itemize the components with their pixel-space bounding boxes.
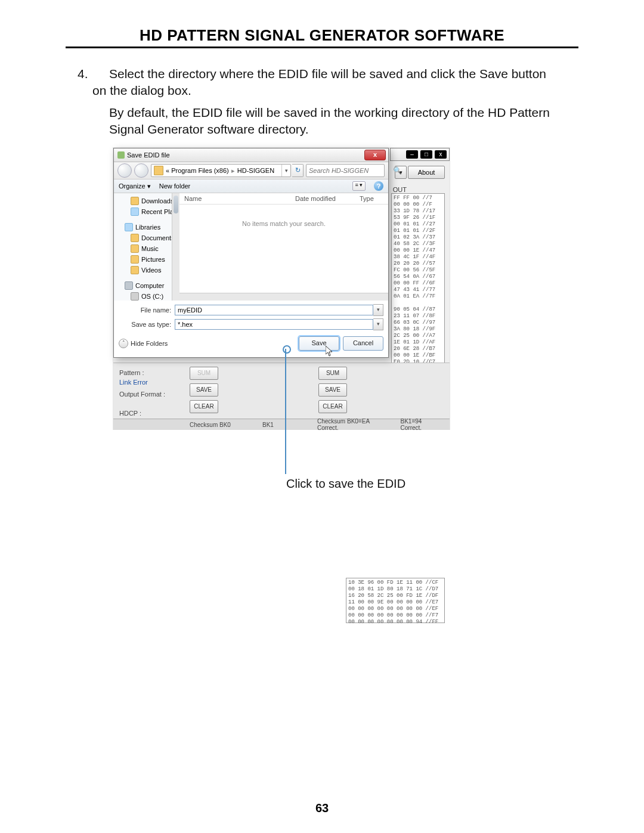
left-sum-button[interactable]: SUM [190,367,218,380]
document-page: HD PATTERN SIGNAL GENERATOR SOFTWARE 4. … [0,0,644,833]
para1-text: Select the directory where the EDID file… [92,67,546,97]
title-rule [66,47,578,48]
dialog-close-button[interactable]: x [364,150,386,160]
breadcrumb-dropdown[interactable]: ▾ [281,165,290,176]
folder-tree-sidebar[interactable]: Downloads Recent Places Libraries Docume… [114,193,179,301]
hide-folders-toggle[interactable]: ˄ Hide Folders [119,339,168,348]
search-input[interactable] [306,166,393,175]
folder-icon [154,166,163,175]
dialog-titlebar[interactable]: Save EDID file x [114,148,388,162]
computer-icon [125,281,133,290]
status-hdcp-label: HDCP : [119,410,141,417]
sidebar-videos[interactable]: Videos [114,265,179,275]
file-list-hscrollbar[interactable] [179,293,388,301]
file-name-input[interactable] [175,305,373,315]
file-name-history-dropdown[interactable]: ▾ [373,304,383,316]
callout-leader-line [285,349,286,474]
hex-readout: FF FF 00 //7 00 00 00 //F 33 1D 78 //17 … [391,193,445,367]
figure-screenshot: – □ x ▾ About OUT FF FF 00 //7 00 00 00 … [113,148,450,429]
checksum-bk0-label: Checksum BK0 [113,422,258,428]
save-as-type-select[interactable] [175,319,373,330]
sidebar-scrollbar[interactable] [172,193,179,301]
dialog-icon [117,151,125,159]
file-name-label: File name: [119,306,175,314]
breadcrumb-seg-1[interactable]: « Program Files (x86) [166,167,229,174]
videos-icon [131,266,139,274]
dialog-footer: ˄ Hide Folders Save Cancel [114,333,388,355]
breadcrumb[interactable]: « Program Files (x86) ▸ HD-SIGGEN ▾ [151,164,291,177]
status-panel: Pattern : Link Error Output Format : HDC… [113,363,450,430]
file-list-pane[interactable]: Name Date modified Type No items match y… [179,193,388,301]
callout-circle [283,345,291,354]
dialog-title: Save EDID file [127,151,170,159]
hex-readout-2: 10 3E 96 00 FD 1E 11 00 //CF 00 18 01 1D… [346,578,445,623]
search-box[interactable]: 🔍 [306,164,385,177]
status-pattern-label: Pattern : [119,369,144,376]
search-icon[interactable]: 🔍 [393,166,402,175]
documents-icon [131,234,139,242]
minimize-button[interactable]: – [406,150,418,159]
hide-folders-label: Hide Folders [131,340,168,347]
dialog-fields: File name: ▾ Save as type: ▾ [114,301,388,330]
checksum-bk1-label: BK1 [258,422,308,428]
hex-block-label: OUT [393,186,407,193]
left-clear-button[interactable]: CLEAR [190,400,218,413]
right-sum-button[interactable]: SUM [318,367,347,380]
save-as-type-label: Save as type: [119,321,175,328]
status-output-format-label: Output Format : [119,391,165,398]
sidebar-pictures[interactable]: Pictures [114,254,179,265]
maximize-button[interactable]: □ [420,150,432,159]
breadcrumb-separator: ▸ [231,167,235,175]
sidebar-os-c[interactable]: OS (C:) [114,291,179,301]
save-file-dialog: Save EDID file x « Program Files (x86) ▸… [113,148,389,358]
save-as-type-dropdown[interactable]: ▾ [373,318,383,330]
app-close-button[interactable]: x [435,150,447,159]
refresh-button[interactable]: ↻ [292,164,304,177]
sidebar-documents[interactable]: Documents [114,233,179,243]
right-save-button[interactable]: SAVE [318,383,347,397]
right-clear-button[interactable]: CLEAR [318,400,347,413]
step-paragraph-2: By default, the EDID file will be saved … [92,104,552,138]
checksum-bar: Checksum BK0 BK1 Checksum BK0=EA Correct… [113,419,450,430]
sidebar-scroll-thumb[interactable] [174,196,178,213]
file-list-empty-message: No items match your search. [179,220,388,227]
page-title: HD PATTERN SIGNAL GENERATOR SOFTWARE [0,26,644,45]
sidebar-computer[interactable]: Computer [114,280,179,291]
dialog-toolbar: Organize ▾ New folder ≡ ▾ ? [114,179,388,193]
recent-icon [131,208,139,216]
sidebar-downloads[interactable]: Downloads [114,196,179,206]
cancel-button[interactable]: Cancel [343,336,383,351]
page-number: 63 [0,801,644,815]
column-name[interactable]: Name [179,195,290,202]
left-save-button[interactable]: SAVE [190,383,218,397]
sidebar-music[interactable]: Music [114,243,179,254]
step-paragraph-1: 4. Select the directory where the EDID f… [92,66,552,100]
library-icon [125,223,133,231]
pictures-icon [131,255,139,264]
organize-menu[interactable]: Organize ▾ [119,182,151,190]
music-icon [131,244,139,253]
dialog-body: Downloads Recent Places Libraries Docume… [114,193,388,301]
status-link-error[interactable]: Link Error [119,379,148,386]
checksum-bk0-status: Checksum BK0=EA Correct. [312,418,396,431]
breadcrumb-seg-2[interactable]: HD-SIGGEN [237,167,274,174]
app-titlebar: – □ x [390,148,450,161]
help-icon[interactable]: ? [374,181,383,191]
column-type[interactable]: Type [355,195,388,202]
nav-forward-button[interactable] [134,163,148,178]
file-list-header[interactable]: Name Date modified Type [179,193,388,205]
sidebar-libraries[interactable]: Libraries [114,222,179,233]
new-folder-button[interactable]: New folder [159,182,191,190]
about-button[interactable]: About [408,166,445,179]
sidebar-recent-places[interactable]: Recent Places [114,206,179,217]
view-options-button[interactable]: ≡ ▾ [352,181,366,191]
checksum-bk1-status: BK1=94 Correct. [396,418,450,431]
save-button[interactable]: Save [299,336,339,351]
dialog-nav-bar: « Program Files (x86) ▸ HD-SIGGEN ▾ ↻ 🔍 [114,162,388,179]
chevron-up-icon: ˄ [119,339,128,348]
step-number: 4. [78,66,88,82]
nav-back-button[interactable] [117,163,132,178]
callout-text: Click to save the EDID [286,477,405,491]
column-date-modified[interactable]: Date modified [290,195,355,202]
app-window: – □ x ▾ About OUT FF FF 00 //7 00 00 00 … [113,148,450,429]
